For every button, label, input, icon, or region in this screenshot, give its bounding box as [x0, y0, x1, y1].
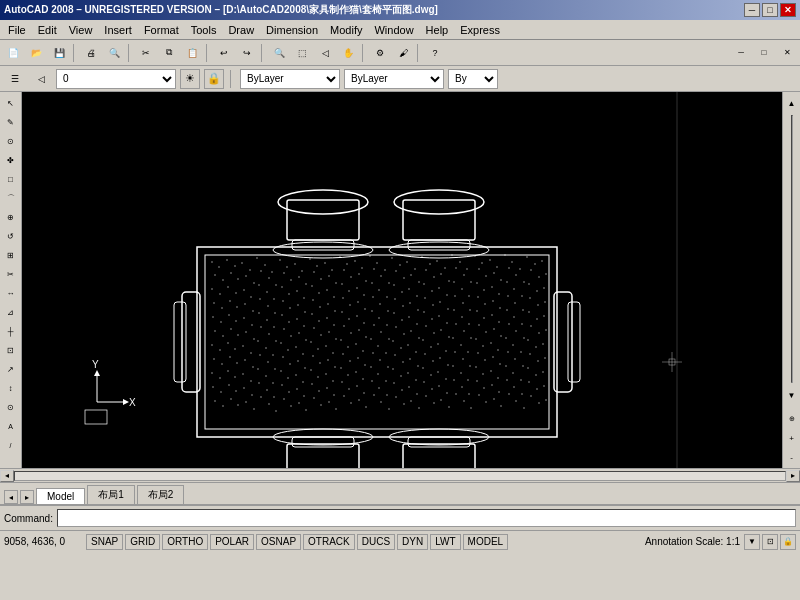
tb-print[interactable]: 🖨 [80, 42, 102, 64]
tab-model[interactable]: Model [36, 488, 85, 504]
freeze-layer-btn[interactable]: ☀ [180, 69, 200, 89]
viewport-btn[interactable]: ⊡ [762, 534, 778, 550]
rt-scroll-down[interactable]: ▼ [783, 386, 801, 404]
tb-doc-max[interactable]: □ [753, 42, 775, 64]
polar-toggle[interactable]: POLAR [210, 534, 254, 550]
rt-scroll-up[interactable]: ▲ [783, 94, 801, 112]
tab-layout2[interactable]: 布局2 [137, 485, 185, 504]
svg-point-286 [280, 342, 282, 344]
snap-toggle[interactable]: SNAP [86, 534, 123, 550]
lt-line[interactable]: / [2, 436, 20, 454]
svg-point-428 [333, 394, 335, 396]
menu-window[interactable]: Window [368, 22, 419, 38]
color-dropdown[interactable]: ByLayer [240, 69, 340, 89]
tb-matchprop[interactable]: 🖌 [392, 42, 414, 64]
menu-dimension[interactable]: Dimension [260, 22, 324, 38]
tb-open[interactable]: 📂 [25, 42, 47, 64]
lt-text[interactable]: A [2, 417, 20, 435]
annotation-btn[interactable]: ▼ [744, 534, 760, 550]
model-toggle[interactable]: MODEL [463, 534, 509, 550]
menu-file[interactable]: File [2, 22, 32, 38]
menu-modify[interactable]: Modify [324, 22, 368, 38]
menu-format[interactable]: Format [138, 22, 185, 38]
svg-point-287 [287, 349, 289, 351]
linetype-dropdown[interactable]: ByLayer [344, 69, 444, 89]
tb-preview[interactable]: 🔍 [103, 42, 125, 64]
lt-extend[interactable]: ┼ [2, 322, 20, 340]
minimize-button[interactable]: ─ [744, 3, 760, 17]
close-button[interactable]: ✕ [780, 3, 796, 17]
menu-draw[interactable]: Draw [222, 22, 260, 38]
h-scrollbar-track[interactable] [14, 471, 786, 481]
tb-zoom-realtime[interactable]: 🔍 [268, 42, 290, 64]
menu-insert[interactable]: Insert [98, 22, 138, 38]
tb-zoom-window[interactable]: ⬚ [291, 42, 313, 64]
tb-help[interactable]: ? [424, 42, 446, 64]
osnap-toggle[interactable]: OSNAP [256, 534, 301, 550]
maximize-button[interactable]: □ [762, 3, 778, 17]
h-scroll-left[interactable]: ◂ [0, 470, 14, 482]
menu-edit[interactable]: Edit [32, 22, 63, 38]
lt-trim[interactable]: ✂ [2, 265, 20, 283]
lt-array[interactable]: ⊞ [2, 246, 20, 264]
dyn-toggle[interactable]: DYN [397, 534, 428, 550]
tb-pan[interactable]: ✋ [337, 42, 359, 64]
tab-prev[interactable]: ◂ [4, 490, 18, 504]
lineweight-dropdown[interactable]: By [448, 69, 498, 89]
lt-scale[interactable]: ↕ [2, 379, 20, 397]
tb-doc-close[interactable]: ✕ [776, 42, 798, 64]
lt-offset[interactable]: ⊕ [2, 208, 20, 226]
tb-zoom-prev[interactable]: ◁ [314, 42, 336, 64]
tb-undo[interactable]: ↩ [213, 42, 235, 64]
tb-paste[interactable]: 📋 [181, 42, 203, 64]
menu-express[interactable]: Express [454, 22, 506, 38]
menu-tools[interactable]: Tools [185, 22, 223, 38]
tb-cut[interactable]: ✂ [135, 42, 157, 64]
svg-point-480 [388, 408, 390, 410]
lt-rectangle[interactable]: □ [2, 170, 20, 188]
tb-copy[interactable]: ⧉ [158, 42, 180, 64]
tb-new[interactable]: 📄 [2, 42, 24, 64]
rt-pan[interactable]: ⊕ [783, 410, 801, 428]
lt-rotate[interactable]: ↺ [2, 227, 20, 245]
lt-circle[interactable]: ⊙ [2, 132, 20, 150]
v-scrollbar-track[interactable] [791, 115, 793, 383]
lt-arc[interactable]: ⌒ [2, 189, 20, 207]
lt-region[interactable]: ⊙ [2, 398, 20, 416]
tb-save[interactable]: 💾 [48, 42, 70, 64]
tab-layout1[interactable]: 布局1 [87, 485, 135, 504]
svg-point-219 [453, 309, 455, 311]
otrack-toggle[interactable]: OTRACK [303, 534, 355, 550]
h-scroll-right[interactable]: ▸ [786, 470, 800, 482]
layer-dropdown[interactable]: 0 [56, 69, 176, 89]
lt-mirror[interactable]: ↔ [2, 284, 20, 302]
tb-redo[interactable]: ↪ [236, 42, 258, 64]
tb-properties[interactable]: ⚙ [369, 42, 391, 64]
layer-prev-btn[interactable]: ◁ [30, 68, 52, 90]
grid-toggle[interactable]: GRID [125, 534, 160, 550]
lt-erase[interactable]: ✎ [2, 113, 20, 131]
lt-move[interactable]: ✤ [2, 151, 20, 169]
lt-chamfer[interactable]: ⊿ [2, 303, 20, 321]
menu-view[interactable]: View [63, 22, 99, 38]
svg-point-160 [349, 304, 351, 306]
h-scrollbar[interactable]: ◂ ▸ [0, 468, 800, 482]
svg-point-335 [312, 355, 314, 357]
tab-next[interactable]: ▸ [20, 490, 34, 504]
command-input[interactable] [57, 509, 796, 527]
lwt-toggle[interactable]: LWT [430, 534, 460, 550]
canvas-area[interactable]: Y X [22, 92, 782, 468]
rt-zoom-out[interactable]: - [783, 448, 801, 466]
lt-stretch[interactable]: ↗ [2, 360, 20, 378]
lt-select[interactable]: ↖ [2, 94, 20, 112]
layer-manager-btn[interactable]: ☰ [4, 68, 26, 90]
lock-layer-btn[interactable]: 🔒 [204, 69, 224, 89]
lock-btn[interactable]: 🔒 [780, 534, 796, 550]
tb-doc-min[interactable]: ─ [730, 42, 752, 64]
rt-zoom-in[interactable]: + [783, 429, 801, 447]
svg-point-77 [403, 277, 405, 279]
menu-help[interactable]: Help [420, 22, 455, 38]
ortho-toggle[interactable]: ORTHO [162, 534, 208, 550]
ducs-toggle[interactable]: DUCS [357, 534, 395, 550]
lt-hatch[interactable]: ⊡ [2, 341, 20, 359]
